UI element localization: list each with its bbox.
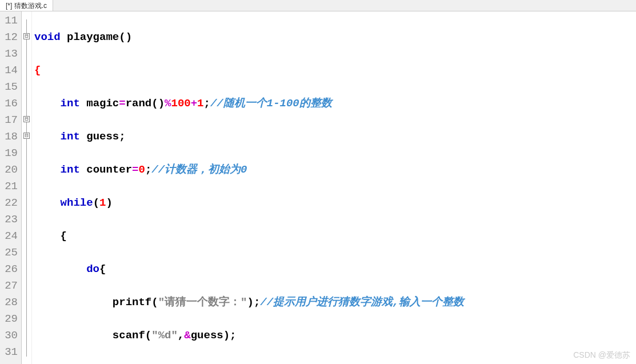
function-call: printf bbox=[113, 296, 151, 309]
comment: //计数器，初始为0 bbox=[151, 163, 247, 176]
code-line[interactable]: { bbox=[34, 62, 636, 79]
number: 1 bbox=[99, 197, 106, 209]
line-number: 16 bbox=[0, 95, 18, 112]
line-number: 28 bbox=[0, 294, 18, 311]
keyword-do: do bbox=[86, 263, 99, 275]
brace-open: { bbox=[61, 230, 67, 242]
code-line[interactable]: int guess; bbox=[34, 129, 636, 145]
op-mod: % bbox=[165, 97, 171, 110]
line-number: 23 bbox=[0, 211, 18, 228]
semicolon: ; bbox=[145, 163, 151, 176]
code-line[interactable]: scanf("%d",&guess); bbox=[34, 327, 636, 344]
function-name: playgame bbox=[67, 31, 119, 43]
fold-column: ⊟ ⊟ ⊟ bbox=[22, 11, 32, 364]
line-number: 19 bbox=[0, 145, 18, 162]
keyword-void: void bbox=[34, 31, 61, 43]
line-number: 12 bbox=[0, 29, 18, 46]
code-line[interactable]: int counter=0;//计数器，初始为0 bbox=[34, 162, 636, 178]
keyword-while: while bbox=[61, 197, 93, 209]
semicolon: ; bbox=[204, 97, 210, 110]
line-number-gutter: 11 12 13 14 15 16 17 18 19 20 21 22 23 2… bbox=[0, 11, 22, 364]
code-line[interactable]: void playgame() bbox=[34, 29, 636, 46]
line-number: 31 bbox=[0, 344, 18, 361]
line-number: 24 bbox=[0, 228, 18, 245]
semicolon: ; bbox=[230, 329, 236, 342]
identifier: magic bbox=[86, 97, 119, 110]
tab-bar: [*] 猜数游戏.c bbox=[0, 0, 636, 11]
function-call: rand bbox=[126, 97, 152, 110]
code-line[interactable]: printf("请猜一个数字：");//提示用户进行猜数字游戏,输入一个整数 bbox=[34, 294, 636, 311]
keyword-int: int bbox=[61, 97, 80, 110]
fold-toggle-icon[interactable]: ⊟ bbox=[23, 116, 30, 122]
identifier: guess bbox=[86, 130, 119, 143]
line-number: 20 bbox=[0, 162, 18, 178]
paren-open: ( bbox=[93, 197, 99, 209]
file-tab[interactable]: [*] 猜数游戏.c bbox=[0, 0, 53, 11]
line-number: 29 bbox=[0, 311, 18, 327]
fold-toggle-icon[interactable]: ⊟ bbox=[23, 133, 30, 139]
watermark: CSDN @爱德苏 bbox=[573, 350, 630, 361]
semicolon: ; bbox=[254, 296, 260, 309]
semicolon: ; bbox=[119, 130, 125, 143]
line-number: 21 bbox=[0, 178, 18, 195]
paren-open: ( bbox=[145, 329, 151, 342]
paren-close: ) bbox=[223, 329, 230, 342]
comment: //提示用户进行猜数字游戏,输入一个整数 bbox=[260, 296, 464, 309]
fold-guideline bbox=[26, 19, 27, 357]
line-number: 15 bbox=[0, 79, 18, 95]
paren-open: ( bbox=[151, 296, 158, 309]
line-number: 26 bbox=[0, 261, 18, 278]
op-address: & bbox=[184, 329, 190, 342]
paren-close: ) bbox=[247, 296, 253, 309]
string-literal: "请猜一个数字：" bbox=[158, 296, 247, 309]
keyword-int: int bbox=[61, 163, 80, 176]
line-number: 30 bbox=[0, 327, 18, 344]
line-number: 18 bbox=[0, 129, 18, 145]
line-number: 14 bbox=[0, 62, 18, 79]
op-assign: = bbox=[132, 163, 138, 176]
parens: () bbox=[119, 31, 132, 43]
number: 100 bbox=[171, 97, 190, 110]
line-number: 11 bbox=[0, 13, 18, 29]
identifier: guess bbox=[191, 329, 223, 342]
line-number: 17 bbox=[0, 112, 18, 129]
paren-close: ) bbox=[106, 197, 112, 209]
parens: () bbox=[151, 97, 165, 110]
line-number: 13 bbox=[0, 46, 18, 62]
op-assign: = bbox=[119, 97, 125, 110]
editor: 11 12 13 14 15 16 17 18 19 20 21 22 23 2… bbox=[0, 11, 636, 364]
code-area[interactable]: void playgame() { int magic=rand()%100+1… bbox=[32, 11, 636, 364]
number: 1 bbox=[197, 97, 203, 110]
keyword-int: int bbox=[61, 130, 80, 143]
code-line[interactable]: { bbox=[34, 228, 636, 245]
code-line[interactable]: int magic=rand()%100+1;//随机一个1-100的整数 bbox=[34, 95, 636, 112]
identifier: counter bbox=[86, 163, 132, 176]
line-number: 22 bbox=[0, 195, 18, 211]
string-literal: "%d" bbox=[151, 329, 178, 342]
op-plus: + bbox=[191, 97, 197, 110]
comma: , bbox=[178, 329, 184, 342]
function-call: scanf bbox=[113, 329, 145, 342]
fold-toggle-icon[interactable]: ⊟ bbox=[23, 33, 30, 39]
line-number: 25 bbox=[0, 245, 18, 261]
number: 0 bbox=[138, 163, 145, 176]
brace-open: { bbox=[99, 263, 106, 275]
comment: //随机一个1-100的整数 bbox=[210, 97, 332, 110]
code-line[interactable]: do{ bbox=[34, 261, 636, 278]
line-number: 27 bbox=[0, 278, 18, 294]
code-line[interactable]: while(1) bbox=[34, 195, 636, 211]
code-line[interactable]: counter++; bbox=[34, 361, 636, 364]
brace-open: { bbox=[34, 64, 41, 77]
